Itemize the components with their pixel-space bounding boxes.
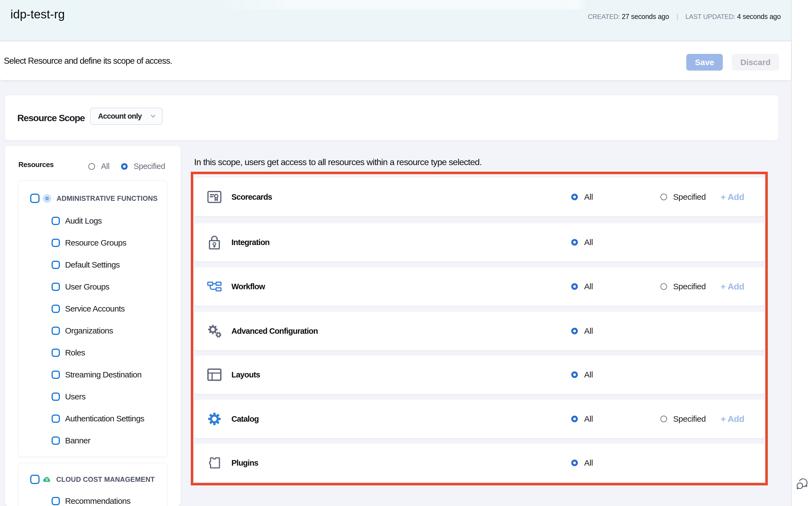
svg-text:$: $: [46, 478, 48, 482]
